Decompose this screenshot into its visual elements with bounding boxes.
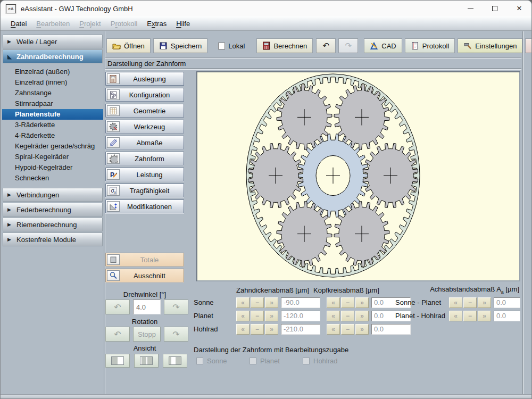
protocol-button[interactable]: Protokoll — [405, 38, 455, 53]
step-zero-button[interactable]: − — [251, 297, 264, 308]
step-up-fast-button[interactable]: » — [478, 297, 491, 308]
planet-row: Planet «−» «−» — [194, 310, 411, 321]
zahndicken-input-sonne[interactable] — [281, 297, 320, 308]
kopfkreis-input-hohlrad[interactable] — [371, 324, 411, 335]
konfiguration-button[interactable]: Konfiguration — [105, 88, 184, 102]
sidebar-item-4-raederkette[interactable]: 4-Räderkette — [2, 130, 103, 141]
sidebar-item-einzelrad-aussen[interactable]: Einzelrad (außen) — [2, 66, 103, 77]
step-zero-button[interactable]: − — [251, 311, 264, 321]
step-down-fast-button[interactable]: « — [236, 311, 250, 321]
tragfaehigkeit-button[interactable]: σx Tragfähigkeit — [105, 184, 184, 197]
sidebar-section-verbindungen[interactable]: ▶ Verbindungen — [3, 188, 103, 202]
calculate-button[interactable]: Berechnen — [256, 38, 313, 53]
step-down-fast-button[interactable]: « — [327, 311, 340, 321]
rotate-ccw-step-button[interactable]: ↶ — [105, 300, 130, 314]
sidebar-item-spiral-kegelraeder[interactable]: Spiral-Kegelräder — [2, 152, 103, 162]
sidebar-item-planetenstufe[interactable]: Planetenstufe — [2, 109, 103, 120]
sidebar-item-stirnradpaar[interactable]: Stirnradpaar — [2, 98, 103, 109]
view-split-button[interactable] — [134, 354, 159, 368]
minimize-button[interactable] — [458, 1, 483, 16]
step-down-fast-button[interactable]: « — [449, 311, 462, 321]
rotation-ccw-button[interactable]: ↶ — [105, 327, 130, 342]
menu-bearbeiten: Bearbeiten — [31, 18, 74, 29]
sidebar-section-riemenberechnung[interactable]: ▶ Riemenberechnung — [3, 218, 103, 231]
expanded-arrow-icon: ◣ — [7, 54, 13, 60]
step-zero-button[interactable]: − — [341, 297, 354, 308]
totale-button[interactable]: Totale — [105, 253, 184, 267]
zahnform-button[interactable]: Zahnform — [105, 152, 184, 165]
abmasse-button[interactable]: Abmaße — [105, 136, 184, 149]
local-checkbox-label: Lokal — [228, 42, 245, 50]
step-up-fast-button[interactable]: » — [265, 297, 278, 308]
menu-extras[interactable]: Extras — [142, 18, 171, 29]
sidebar-section-kostenfreie-module[interactable]: ▶ Kostenfreie Module — [3, 232, 103, 246]
step-up-fast-button[interactable]: » — [355, 297, 369, 308]
zahndicken-input-hohlrad[interactable] — [281, 324, 320, 335]
planet-checkbox[interactable] — [250, 358, 256, 364]
step-down-fast-button[interactable]: « — [449, 297, 462, 308]
close-icon: × — [517, 3, 522, 14]
undo-icon: ↶ — [323, 41, 330, 51]
menu-hilfe[interactable]: Hilfe — [171, 18, 195, 29]
window-title: eAssistant - GWJ Technology GmbH — [21, 5, 133, 13]
step-zero-button[interactable]: − — [341, 324, 354, 335]
sidebar-section-zahnradberechnung[interactable]: ◣ Zahnradberechnung — [3, 49, 103, 63]
sidebar-item-hypoid-kegelraeder[interactable]: Hypoid-Kegelräder — [2, 162, 103, 173]
sonne-checkbox[interactable] — [196, 358, 203, 364]
cad-button[interactable]: CAD — [364, 38, 402, 53]
step-zero-button[interactable]: − — [341, 311, 354, 321]
sidebar-section-federberechnung[interactable]: ▶ Federberechnung — [3, 203, 103, 217]
svg-text:P: P — [110, 171, 114, 179]
step-up-fast-button[interactable]: » — [355, 324, 369, 335]
totale-icon — [107, 254, 120, 265]
werkzeug-button[interactable]: Werkzeug — [105, 120, 184, 134]
sidebar-item-einzelrad-innen[interactable]: Einzelrad (innen) — [2, 77, 103, 88]
zahndicken-input-planet[interactable] — [281, 311, 320, 321]
hohlrad-checkbox[interactable] — [303, 358, 310, 364]
drehwinkel-input[interactable] — [133, 300, 161, 314]
stopp-button[interactable]: Stopp — [133, 327, 161, 342]
help-button[interactable]: ? Hilfe — [525, 38, 532, 53]
step-zero-button[interactable]: − — [251, 324, 264, 335]
step-down-fast-button[interactable]: « — [236, 297, 250, 308]
achsabstand-input-sonne-planet[interactable] — [494, 297, 520, 308]
step-down-fast-button[interactable]: « — [327, 324, 340, 335]
step-zero-button[interactable]: − — [463, 311, 477, 321]
ausschnitt-button[interactable]: Ausschnitt — [105, 269, 184, 282]
step-down-fast-button[interactable]: « — [327, 297, 340, 308]
step-up-fast-button[interactable]: » — [355, 311, 369, 321]
open-button[interactable]: Öffnen — [106, 38, 151, 53]
step-up-fast-button[interactable]: » — [478, 311, 491, 321]
sidebar-section-welle-lager[interactable]: ▶ Welle / Lager — [3, 35, 103, 48]
rotate-cw-step-button[interactable]: ↷ — [164, 300, 188, 314]
sidebar-item-schnecken[interactable]: Schnecken — [2, 173, 103, 184]
sidebar-item-kegelraeder[interactable]: Kegelräder gerade/schräg — [2, 141, 103, 152]
rotation-label: Rotation — [105, 318, 184, 326]
redo-icon: ↷ — [345, 41, 352, 51]
rotation-cw-button[interactable]: ↷ — [164, 327, 188, 342]
sidebar-item-3-raederkette[interactable]: 3-Räderkette — [2, 120, 103, 130]
leistung-button[interactable]: P Leistung — [105, 168, 184, 181]
gear-canvas[interactable] — [196, 71, 520, 281]
menu-datei[interactable]: Datei — [6, 18, 31, 29]
app-window: eA eAssistant - GWJ Technology GmbH × Da… — [0, 0, 532, 399]
local-checkbox[interactable] — [218, 43, 225, 49]
modifikationen-button[interactable]: Modifikationen — [105, 200, 184, 213]
undo-button[interactable]: ↶ — [316, 38, 336, 53]
step-zero-button[interactable]: − — [463, 297, 477, 308]
step-up-fast-button[interactable]: » — [265, 324, 278, 335]
save-button[interactable]: Speichern — [153, 38, 208, 53]
auslegung-button[interactable]: Auslegung — [105, 72, 184, 86]
step-up-fast-button[interactable]: » — [265, 311, 278, 321]
close-button[interactable]: × — [507, 1, 531, 16]
geometrie-button[interactable]: Geometrie — [105, 104, 184, 118]
maximize-button[interactable] — [483, 1, 507, 16]
achsabstand-input-planet-hohlrad[interactable] — [494, 311, 520, 321]
view-left-button[interactable] — [105, 354, 130, 368]
leistung-icon: P — [107, 169, 120, 180]
settings-button[interactable]: Einstellungen — [458, 38, 522, 53]
step-down-fast-button[interactable]: « — [236, 324, 250, 335]
view-right-button[interactable] — [163, 354, 187, 368]
sidebar-item-zahnstange[interactable]: Zahnstange — [2, 88, 103, 98]
redo-button[interactable]: ↷ — [338, 38, 358, 53]
